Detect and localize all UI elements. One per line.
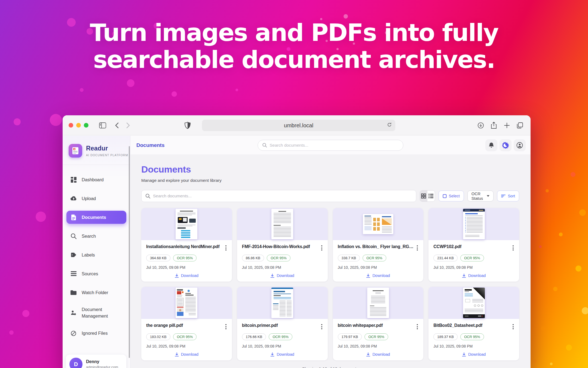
results-count: Showing 1-16 of 16 documents bbox=[141, 366, 519, 368]
document-title: BitBox02_Datasheet.pdf bbox=[433, 323, 510, 328]
new-tab-button[interactable] bbox=[502, 121, 512, 130]
brand-tagline: AI DOCUMENT PLATFORM bbox=[86, 153, 128, 157]
more-options-button[interactable] bbox=[318, 244, 323, 251]
breadcrumb[interactable]: Documents bbox=[136, 142, 164, 148]
document-title: Inflation vs. Bitcoin_ Flyer lang_RGB.pd… bbox=[338, 244, 414, 249]
page-title: Documents bbox=[141, 164, 519, 175]
document-card[interactable]: Inflation vs. Bitcoin_ Flyer lang_RGB.pd… bbox=[333, 208, 424, 282]
download-link[interactable]: Download bbox=[146, 273, 227, 278]
sort-button[interactable]: Sort bbox=[497, 191, 519, 201]
document-card[interactable]: FMF-2014-How-Bitcoin-Works.pdf 86.86 KB … bbox=[237, 208, 328, 282]
sidebar-item-upload[interactable]: Upload bbox=[66, 192, 126, 205]
theme-toggle-button[interactable] bbox=[500, 139, 512, 151]
sidebar-item-label: Upload bbox=[82, 196, 96, 201]
privacy-shield-icon[interactable] bbox=[182, 121, 193, 130]
download-icon bbox=[175, 274, 179, 278]
sidebar-item-label: Dashboard bbox=[82, 177, 104, 182]
sidebar-item-label: Document Management bbox=[82, 306, 114, 319]
browser-sidebar-toggle-icon[interactable] bbox=[97, 121, 108, 130]
more-options-button[interactable] bbox=[223, 323, 227, 330]
account-button[interactable] bbox=[514, 139, 526, 151]
download-link[interactable]: Download bbox=[242, 273, 323, 278]
view-toggle bbox=[420, 190, 435, 202]
header-search[interactable] bbox=[258, 140, 403, 151]
document-card[interactable]: bitcoin whitepaper.pdf 179.97 KB OCR 95%… bbox=[333, 287, 424, 360]
share-button[interactable] bbox=[489, 121, 499, 130]
zoom-window-button[interactable] bbox=[84, 123, 88, 128]
folder-icon bbox=[70, 290, 77, 295]
sidebar-item-watch-folder[interactable]: Watch Folder bbox=[66, 286, 126, 299]
more-options-button[interactable] bbox=[414, 244, 418, 251]
more-options-button[interactable] bbox=[318, 323, 323, 330]
browser-back-button[interactable] bbox=[112, 121, 122, 130]
svg-text:R: R bbox=[74, 148, 75, 150]
document-card[interactable]: BitBox02_Datasheet.pdf 189.37 KB OCR 95%… bbox=[428, 287, 519, 360]
app-sidebar: R Readur AI DOCUMENT PLATFORM Dashboard … bbox=[63, 136, 130, 368]
download-link[interactable]: Download bbox=[242, 352, 323, 357]
user-name: Denny bbox=[86, 359, 118, 364]
address-bar[interactable]: umbrel.local bbox=[202, 120, 395, 131]
download-link[interactable]: Download bbox=[433, 273, 514, 278]
bell-icon bbox=[489, 142, 494, 148]
document-icon bbox=[70, 215, 77, 220]
select-button[interactable]: Select bbox=[439, 191, 464, 201]
documents-search[interactable] bbox=[141, 190, 416, 202]
header-search-input[interactable] bbox=[270, 143, 399, 148]
sidebar-item-dashboard[interactable]: Dashboard bbox=[66, 173, 126, 186]
browser-window: umbrel.local R bbox=[63, 115, 531, 368]
person-circle-icon bbox=[516, 142, 523, 149]
tab-overview-button[interactable] bbox=[515, 121, 525, 130]
sidebar-item-labels[interactable]: Labels bbox=[66, 248, 126, 261]
sidebar-item-document-management[interactable]: Document Management bbox=[66, 305, 118, 321]
documents-search-input[interactable] bbox=[153, 194, 412, 198]
file-size-badge: 338.7 KB bbox=[338, 255, 360, 261]
grid-view-button[interactable] bbox=[420, 191, 427, 201]
sidebar-item-search[interactable]: Search bbox=[66, 230, 126, 243]
document-date: Jul 10, 2025, 09:08 PM bbox=[146, 265, 227, 270]
notifications-button[interactable] bbox=[485, 139, 497, 151]
more-options-button[interactable] bbox=[510, 244, 514, 251]
reload-icon[interactable] bbox=[387, 122, 392, 129]
more-options-button[interactable] bbox=[414, 323, 418, 330]
page-subtitle: Manage and explore your document library bbox=[141, 178, 519, 183]
sidebar-item-label: Ignored Files bbox=[82, 331, 108, 336]
sidebar-scrollbar[interactable] bbox=[129, 146, 130, 358]
downloads-button[interactable] bbox=[476, 121, 486, 130]
close-window-button[interactable] bbox=[69, 123, 73, 128]
download-link[interactable]: Download bbox=[338, 352, 419, 357]
document-card[interactable]: CCWP102.pdf 231.44 KB OCR 95% Jul 10, 20… bbox=[428, 208, 519, 282]
user-gear-icon bbox=[70, 310, 77, 316]
user-email: admin@readur.com bbox=[86, 365, 118, 368]
sidebar-item-documents[interactable]: Documents bbox=[66, 211, 126, 224]
download-link[interactable]: Download bbox=[433, 352, 514, 357]
file-size-badge: 231.44 KB bbox=[433, 255, 458, 261]
grid-view-icon bbox=[421, 194, 426, 198]
download-icon bbox=[366, 274, 370, 278]
document-card[interactable]: the orange pill.pdf 183.02 KB OCR 95% Ju… bbox=[141, 287, 232, 360]
ocr-status-badge: OCR 95% bbox=[267, 255, 290, 261]
document-card[interactable]: bitcoin.primer.pdf 176.66 KB OCR 95% Jul… bbox=[237, 287, 328, 360]
checkbox-icon bbox=[443, 194, 447, 198]
document-thumbnail bbox=[141, 287, 232, 319]
sidebar-item-sources[interactable]: Sources bbox=[66, 267, 126, 280]
more-options-button[interactable] bbox=[223, 244, 227, 251]
list-view-button[interactable] bbox=[427, 191, 435, 201]
sidebar-item-ignored-files[interactable]: Ignored Files bbox=[66, 327, 126, 340]
user-profile-card[interactable]: D Denny admin@readur.com bbox=[66, 355, 126, 368]
ocr-status-dropdown[interactable]: OCR Status bbox=[467, 191, 494, 201]
download-link[interactable]: Download bbox=[146, 352, 227, 357]
sidebar-item-label: Documents bbox=[82, 215, 106, 220]
download-icon bbox=[270, 274, 274, 278]
document-date: Jul 10, 2025, 09:08 PM bbox=[242, 344, 323, 348]
more-options-button[interactable] bbox=[510, 323, 514, 330]
document-title: Installationsanleitung NerdMiner.pdf bbox=[146, 244, 223, 249]
document-thumbnail bbox=[428, 287, 519, 319]
document-card[interactable]: Installationsanleitung NerdMiner.pdf 364… bbox=[141, 208, 232, 282]
document-date: Jul 10, 2025, 09:08 PM bbox=[338, 344, 419, 348]
document-date: Jul 10, 2025, 09:08 PM bbox=[433, 344, 514, 348]
minimize-window-button[interactable] bbox=[76, 123, 81, 128]
download-link[interactable]: Download bbox=[338, 273, 419, 278]
file-size-badge: 179.97 KB bbox=[338, 333, 362, 340]
download-icon bbox=[366, 352, 370, 357]
browser-forward-button[interactable] bbox=[123, 121, 133, 130]
